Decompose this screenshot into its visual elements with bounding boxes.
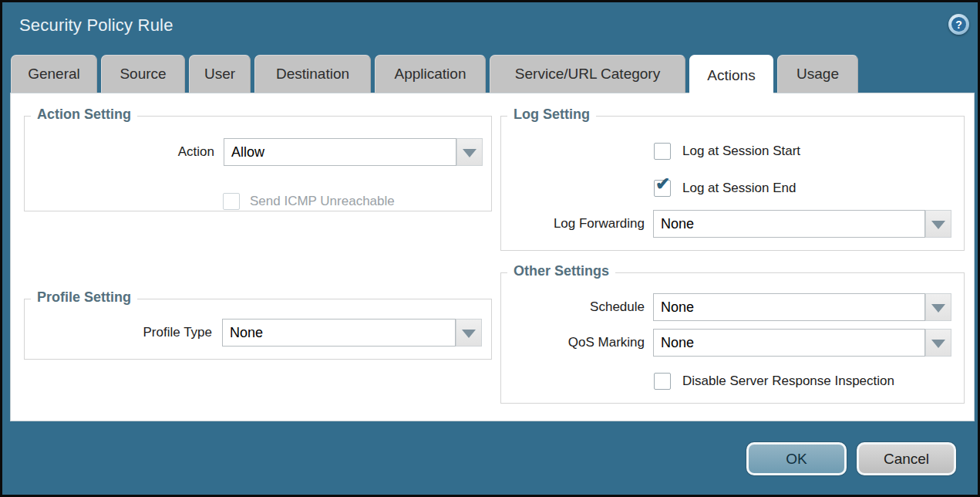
log-at-session-end-label: Log at Session End: [682, 180, 796, 197]
help-icon[interactable]: ?: [948, 14, 969, 35]
schedule-dropdown-value: None: [661, 299, 694, 316]
tab-general[interactable]: General: [11, 55, 97, 93]
tab-label: User: [204, 66, 235, 83]
action-setting-group: Action Setting Action Allow ✔ Send ICMP …: [24, 116, 492, 211]
cancel-button[interactable]: Cancel: [857, 442, 956, 475]
action-dropdown-value: Allow: [231, 144, 264, 161]
log-at-session-end-checkbox[interactable]: ✔: [654, 180, 671, 197]
log-forwarding-dropdown[interactable]: None: [653, 210, 925, 238]
profile-type-dropdown-value: None: [230, 325, 263, 341]
disable-server-response-inspection-label: Disable Server Response Inspection: [682, 373, 894, 390]
tab-source[interactable]: Source: [101, 55, 185, 93]
qos-marking-dropdown[interactable]: None: [653, 329, 925, 357]
schedule-dropdown[interactable]: None: [653, 293, 925, 321]
log-forwarding-dropdown-value: None: [661, 216, 694, 232]
send-icmp-unreachable-label: Send ICMP Unreachable: [250, 193, 395, 210]
qos-marking-label: QoS Marking: [501, 329, 645, 357]
action-label: Action: [25, 138, 214, 166]
tab-label: General: [28, 66, 80, 83]
disable-server-response-inspection-checkbox[interactable]: ✔: [654, 373, 671, 390]
send-icmp-unreachable-checkbox: ✔: [223, 193, 240, 210]
profile-type-dropdown[interactable]: None: [222, 319, 456, 347]
action-dropdown-button[interactable]: [456, 138, 483, 166]
log-forwarding-label: Log Forwarding: [501, 210, 645, 238]
ok-button[interactable]: OK: [746, 442, 847, 475]
tab-label: Usage: [796, 66, 839, 83]
profile-setting-group: Profile Setting Profile Type None: [24, 299, 492, 360]
log-at-session-start-checkbox[interactable]: ✔: [654, 143, 671, 160]
profile-type-dropdown-button[interactable]: [456, 319, 482, 347]
profile-type-label: Profile Type: [25, 319, 212, 347]
chevron-down-icon: [462, 330, 476, 338]
profile-setting-legend: Profile Setting: [31, 289, 137, 306]
dialog-title: Security Policy Rule: [19, 15, 173, 36]
tab-user[interactable]: User: [189, 55, 251, 93]
qos-marking-dropdown-button[interactable]: [925, 329, 951, 357]
qos-marking-dropdown-value: None: [661, 335, 694, 351]
actions-tab-panel: Action Setting Action Allow ✔ Send ICMP …: [10, 93, 975, 421]
tab-label: Actions: [707, 67, 755, 84]
ok-button-label: OK: [786, 451, 807, 468]
tab-label: Application: [395, 66, 466, 83]
chevron-down-icon: [931, 221, 945, 229]
tab-label: Source: [120, 66, 166, 83]
tab-service-url-category[interactable]: Service/URL Category: [490, 55, 685, 93]
chevron-down-icon: [931, 304, 945, 313]
checkmark-icon: ✔: [655, 175, 670, 193]
log-forwarding-dropdown-button[interactable]: [925, 210, 951, 238]
chevron-down-icon: [463, 149, 477, 157]
tab-usage[interactable]: Usage: [777, 55, 858, 93]
schedule-label: Schedule: [501, 293, 645, 321]
tab-label: Destination: [276, 66, 349, 83]
schedule-dropdown-button[interactable]: [925, 293, 951, 321]
tab-actions[interactable]: Actions: [689, 55, 773, 95]
tab-application[interactable]: Application: [375, 55, 486, 93]
tab-destination[interactable]: Destination: [254, 55, 371, 93]
log-setting-group: Log Setting ✔ Log at Session Start ✔ Log…: [500, 116, 965, 251]
action-setting-legend: Action Setting: [31, 106, 137, 123]
log-setting-legend: Log Setting: [507, 106, 596, 123]
question-mark-glyph: ?: [951, 17, 966, 32]
security-policy-rule-dialog: Security Policy Rule ? General Source Us…: [0, 0, 980, 497]
action-dropdown[interactable]: Allow: [224, 138, 456, 166]
tab-bar: General Source User Destination Applicat…: [2, 55, 978, 93]
other-settings-group: Other Settings Schedule None QoS Marking…: [500, 272, 965, 404]
tab-label: Service/URL Category: [515, 66, 660, 83]
cancel-button-label: Cancel: [884, 451, 929, 468]
log-at-session-start-label: Log at Session Start: [682, 143, 800, 160]
chevron-down-icon: [931, 340, 945, 348]
other-settings-legend: Other Settings: [507, 263, 615, 279]
